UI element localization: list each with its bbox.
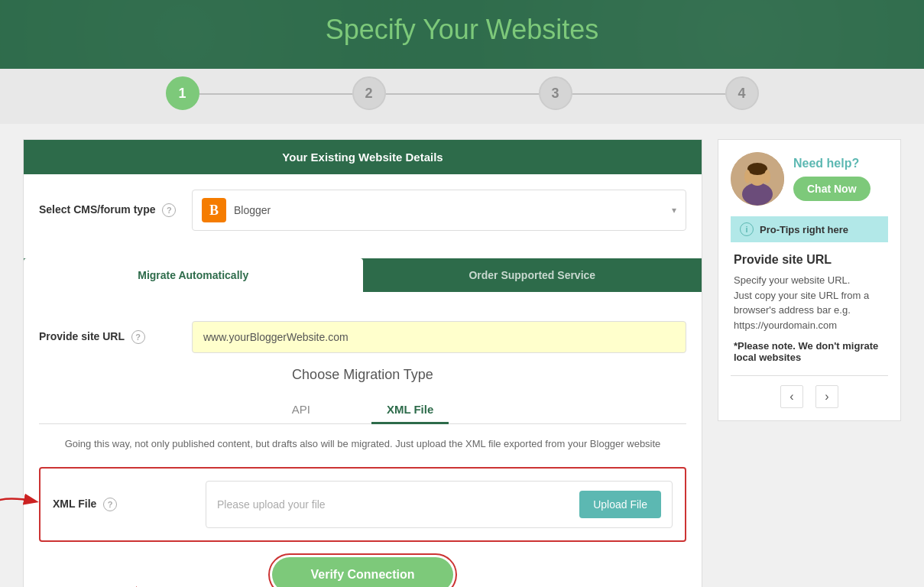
tips-body: Specify your website URL. Just copy your…	[734, 273, 885, 332]
left-panel: Your Existing Website Details Select CMS…	[23, 139, 702, 587]
chevron-down-icon: ▾	[672, 205, 676, 216]
step-4[interactable]: 4	[725, 76, 759, 110]
right-sidebar: Need help? Chat Now i Pro-Tips right her…	[718, 139, 901, 587]
page-title: Specify Your Websites	[0, 14, 924, 46]
cms-select-value: Blogger	[234, 204, 271, 216]
avatar-image	[731, 152, 784, 206]
xml-file-section: XML File ? Please upload your file Uploa…	[39, 467, 686, 542]
pro-tips-label: Pro-Tips right here	[760, 224, 848, 235]
cms-tabs-bar: Migrate Automatically Order Supported Se…	[24, 258, 702, 292]
steps-container: 1 2 3 4	[166, 76, 759, 110]
panel-header: Your Existing Website Details	[24, 140, 702, 174]
chat-now-button[interactable]: Chat Now	[793, 177, 871, 201]
red-arrow-2	[131, 581, 199, 588]
tab-content-body: Provide site URL ? Choose Migration Type…	[24, 292, 702, 587]
tips-content: Provide site URL Specify your website UR…	[731, 253, 888, 363]
blogger-icon: B	[202, 198, 226, 222]
migration-tabs: API XML File	[39, 395, 686, 424]
step-3[interactable]: 3	[539, 76, 572, 110]
need-help-text: Need help?	[793, 157, 871, 170]
svg-point-8	[764, 170, 770, 183]
panel-body: Select CMS/forum type ? B Blogger ▾	[24, 174, 702, 258]
pro-tips-bar: i Pro-Tips right here	[731, 216, 888, 242]
sidebar-card: Need help? Chat Now i Pro-Tips right her…	[718, 139, 901, 421]
nav-prev-button[interactable]: ‹	[780, 385, 803, 408]
migration-tab-api[interactable]: API	[277, 395, 326, 423]
url-label: Provide site URL ?	[39, 330, 192, 344]
nav-next-button[interactable]: ›	[815, 385, 838, 408]
cms-select-left: B Blogger	[202, 198, 271, 222]
xml-label: XML File ?	[53, 498, 206, 511]
xml-row: XML File ? Please upload your file Uploa…	[53, 481, 673, 528]
migration-description: Going this way, not only published conte…	[39, 436, 686, 452]
nav-arrows: ‹ ›	[731, 375, 888, 408]
migration-type-title: Choose Migration Type	[39, 367, 686, 383]
url-input[interactable]	[192, 321, 686, 353]
xml-placeholder: Please upload your file	[217, 498, 326, 511]
tips-note: *Please note. We don't migrate local web…	[734, 340, 885, 363]
upload-file-button[interactable]: Upload File	[579, 491, 661, 518]
xml-input-wrapper: Please upload your file Upload File	[206, 481, 673, 528]
main-content: Your Existing Website Details Select CMS…	[0, 124, 924, 587]
tab-migrate-automatically[interactable]: Migrate Automatically	[24, 258, 363, 292]
page-header: Specify Your Websites	[0, 0, 924, 69]
svg-point-4	[742, 183, 773, 206]
svg-point-7	[744, 170, 751, 183]
cms-select[interactable]: B Blogger ▾	[192, 190, 686, 231]
step-2[interactable]: 2	[352, 76, 386, 110]
agent-section: Need help? Chat Now	[731, 152, 888, 206]
xml-help-icon[interactable]: ?	[103, 498, 117, 511]
info-icon: i	[740, 222, 754, 236]
url-help-icon[interactable]: ?	[131, 330, 145, 344]
cms-label: Select CMS/forum type ?	[39, 203, 192, 217]
verify-connection-button[interactable]: Verify Connection	[272, 557, 452, 588]
migration-tab-xml[interactable]: XML File	[371, 395, 449, 423]
url-form-row: Provide site URL ?	[39, 321, 686, 353]
step-1[interactable]: 1	[166, 76, 199, 110]
cms-form-row: Select CMS/forum type ? B Blogger ▾	[39, 190, 686, 231]
red-arrow-1	[0, 475, 47, 536]
avatar	[731, 152, 784, 206]
tips-heading: Provide site URL	[734, 253, 885, 267]
svg-point-6	[747, 163, 767, 175]
verify-btn-wrapper: Verify Connection	[39, 557, 686, 588]
agent-info: Need help? Chat Now	[793, 157, 871, 201]
steps-bar: 1 2 3 4	[0, 69, 924, 124]
cms-help-icon[interactable]: ?	[162, 203, 176, 217]
tab-order-supported-service[interactable]: Order Supported Service	[363, 258, 702, 292]
